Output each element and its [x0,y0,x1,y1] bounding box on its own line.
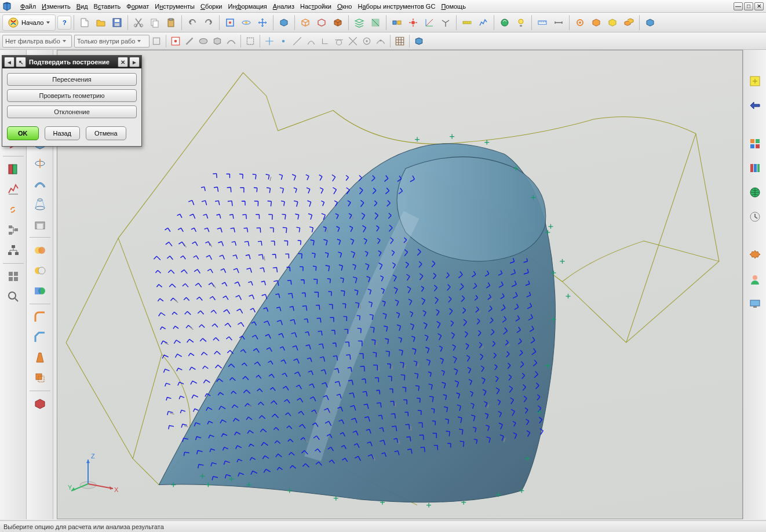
structure-icon[interactable] [3,242,23,259]
fit-view-icon[interactable] [222,15,238,30]
snap-mid-icon[interactable] [277,35,290,48]
save-icon[interactable] [110,15,125,30]
pick-point-icon[interactable] [169,35,182,48]
pan-icon[interactable] [255,15,270,30]
dialog-nav-prev[interactable]: ◄ [4,57,14,67]
pick-curve-icon[interactable] [225,35,238,48]
zoom-icon[interactable] [3,288,23,305]
assembly-icon[interactable] [389,15,404,30]
dim-icon[interactable] [551,15,566,30]
axes-icon[interactable] [422,15,437,30]
snap-arc-icon[interactable] [305,35,318,48]
snap-quad-icon[interactable] [374,35,387,48]
redo-icon[interactable] [201,15,216,30]
unite-icon[interactable] [30,242,50,259]
start-button[interactable]: Начало [2,14,56,31]
snap-tan-icon[interactable] [333,35,345,48]
chamfer-icon[interactable] [30,329,50,346]
layer-icon[interactable] [352,15,367,30]
menu-settings[interactable]: Настройки [297,2,334,11]
window-close-button[interactable]: ✕ [754,2,764,10]
new-file-icon[interactable] [77,15,92,30]
open-file-icon[interactable] [93,15,108,30]
copy-icon[interactable] [147,15,162,30]
menu-view[interactable]: Вид [74,2,91,11]
help-button[interactable]: ? [57,16,71,30]
light-icon[interactable] [513,15,528,30]
analysis-icon[interactable] [476,15,491,30]
menu-asm[interactable]: Сборки [198,2,225,11]
hidden-line-icon[interactable] [314,15,329,30]
window-minimize-button[interactable]: — [734,2,743,10]
sweep-icon[interactable] [30,175,50,192]
dialog-pointer-icon[interactable]: ↖ [16,57,26,67]
section-icon[interactable] [368,15,383,30]
filter-combo-2[interactable]: Только внутри рабо [74,35,149,48]
viewport-3d[interactable]: Z X Y [57,50,743,519]
deviation-button[interactable]: Отклонение [7,105,137,118]
menu-insert[interactable]: Вставить [91,2,124,11]
menu-format[interactable]: Формат [123,2,152,11]
sel-rect-icon[interactable] [244,35,257,48]
shaded-edges-icon[interactable] [330,15,345,30]
wcs-icon[interactable] [413,35,425,48]
check-geometry-button[interactable]: Проверить геометрию [7,89,137,102]
pick-edge-icon[interactable] [183,35,196,48]
menu-edit[interactable]: Изменить [39,2,74,11]
shaded-icon[interactable] [276,15,291,30]
explode-icon[interactable] [406,15,421,30]
sel-add-icon[interactable] [150,35,163,48]
snap-int-icon[interactable] [346,35,359,48]
csys-icon[interactable] [438,15,453,30]
menu-help[interactable]: Помощь [438,2,469,11]
menu-window[interactable]: Окно [334,2,355,11]
draft-icon[interactable] [30,349,50,366]
book-icon[interactable] [3,161,23,178]
loft-icon[interactable] [30,195,50,213]
library-icon[interactable] [747,160,763,176]
intersections-button[interactable]: Пересечения [7,73,137,86]
config-icon[interactable] [747,247,763,263]
cube-stack-icon[interactable] [621,15,636,30]
render-icon[interactable] [497,15,512,30]
menu-file[interactable]: Файл [17,2,39,11]
undo-icon[interactable] [185,15,200,30]
cancel-button[interactable]: Отмена [86,126,126,140]
menu-info[interactable]: Информация [225,2,269,11]
chart-icon[interactable] [3,181,23,198]
ruler-icon[interactable] [535,15,550,30]
paste-icon[interactable] [163,15,178,30]
dialog-close[interactable]: ✕ [118,57,128,67]
wireframe-icon[interactable] [298,15,313,30]
pick-body-icon[interactable] [211,35,224,48]
assembly-nav-icon[interactable] [747,136,763,152]
grid4-icon[interactable] [3,268,23,285]
back-button[interactable]: Назад [45,126,81,140]
fillet-icon[interactable] [30,308,50,326]
user-icon[interactable] [747,271,763,287]
window-maximize-button[interactable]: □ [744,2,753,10]
filter-combo-1[interactable]: Нет фильтра выбо [2,35,72,48]
role-icon[interactable] [747,73,763,89]
revolve-icon[interactable] [30,155,50,172]
menu-analysis[interactable]: Анализ [270,2,297,11]
pick-face-icon[interactable] [197,35,210,48]
shell2-icon[interactable] [30,395,50,413]
orbit-icon[interactable] [239,15,254,30]
history-icon[interactable] [747,209,763,225]
dialog-nav-next[interactable]: ► [129,57,140,67]
snap-end-icon[interactable] [263,35,276,48]
nav-blue-icon[interactable] [747,97,763,114]
gear-orange-icon[interactable] [572,15,588,30]
measure-icon[interactable] [459,15,475,30]
intersect-icon[interactable] [30,282,50,300]
snap-center-icon[interactable] [360,35,373,48]
menu-tools[interactable]: Инструменты [152,2,198,11]
cut-icon[interactable] [131,15,146,30]
offset-face-icon[interactable] [30,369,50,387]
subtract-icon[interactable] [30,262,50,279]
snap-perp-icon[interactable] [319,35,331,48]
cube-blue-icon[interactable] [643,15,658,30]
grid-icon[interactable] [393,35,406,48]
ok-button[interactable]: OK [7,126,39,140]
